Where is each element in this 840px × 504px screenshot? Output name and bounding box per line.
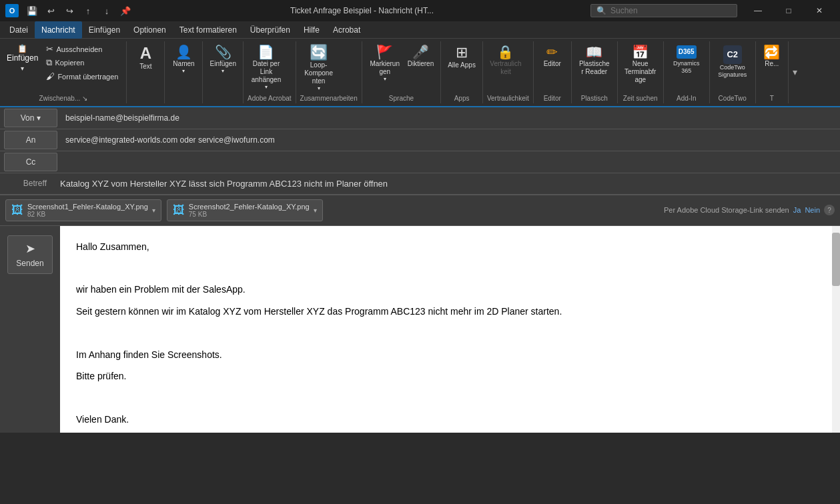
menu-optionen[interactable]: Optionen <box>127 21 173 39</box>
ribbon-group-apps: ⊞ Alle Apps Apps <box>441 41 483 103</box>
send-button-panel: ➤ Senden <box>0 226 60 433</box>
reader-icon: 📖 <box>586 45 602 59</box>
loop-button[interactable]: 🔄 Loop-Komponenten ▾ <box>300 43 338 93</box>
adobe-help-icon[interactable]: ? <box>824 205 835 215</box>
attachment-info-1: Screenshot1_Fehler-Katalog_XY.png 82 KB <box>27 203 148 218</box>
mic-icon: 🎤 <box>412 45 429 59</box>
ribbon-buttons-einfuegen2: 📎 Einfügen ▾ <box>207 43 238 93</box>
menu-acrobat[interactable]: Acrobat <box>326 21 367 39</box>
menu-datei[interactable]: Datei <box>3 21 35 39</box>
close-button[interactable]: ✕ <box>804 0 835 21</box>
scrollbar-thumb[interactable] <box>832 233 840 286</box>
einfuegen-button[interactable]: 📋 Einfügen <box>4 43 41 64</box>
editor-icon: ✏ <box>546 45 558 59</box>
attachment-size-2: 75 KB <box>189 211 310 218</box>
kopieren-button[interactable]: ⧉ Kopieren <box>42 56 122 69</box>
pin-button[interactable]: 📌 <box>117 3 133 19</box>
attachment-1[interactable]: 🖼 Screenshot1_Fehler-Katalog_XY.png 82 K… <box>5 199 161 221</box>
menu-hilfe[interactable]: Hilfe <box>297 21 326 39</box>
re-button[interactable]: 🔁 Re... <box>757 43 787 69</box>
up-button[interactable]: ↑ <box>80 3 96 19</box>
dynamics365-button[interactable]: D365 Dynamics 365 <box>668 43 705 76</box>
adobe-group-label: Adobe Acrobat <box>248 93 292 102</box>
codetwo-button[interactable]: C2 CodeTwo Signatures <box>714 43 751 80</box>
text-button[interactable]: A Text <box>131 43 160 72</box>
attachment-info-2: Screenshot2_Fehler-Katalog_XY.png 75 KB <box>189 203 310 218</box>
body-line-1: Hallo Zusammen, <box>76 239 824 254</box>
attachments-bar: 🖼 Screenshot1_Fehler-Katalog_XY.png 82 K… <box>0 195 840 226</box>
ribbon-group-loop: 🔄 Loop-Komponenten ▾ Zusammenarbeiten <box>296 41 362 103</box>
from-row: Von ▾ beispiel-name@beispielfirma.de <box>0 107 840 129</box>
diktieren-button[interactable]: 🎤 Diktieren <box>405 43 436 69</box>
to-button[interactable]: An <box>4 131 57 149</box>
undo-button[interactable]: ↩ <box>43 3 59 19</box>
email-body[interactable]: Hallo Zusammen, wir haben ein Problem mi… <box>60 226 840 433</box>
einfuegen2-group-label <box>207 93 238 102</box>
redo-button[interactable]: ↪ <box>61 3 77 19</box>
loop-group-label: Zusammenarbeiten <box>300 93 358 102</box>
scrollbar-track[interactable] <box>832 226 840 433</box>
to-value[interactable]: service@integrated-worlds.com oder servi… <box>61 133 840 147</box>
title-bar-actions: 💾 ↩ ↪ ↑ ↓ 📌 <box>24 3 133 19</box>
ribbon-group-zwischenablage: 📋 Einfügen ▾ ✂ Ausschneiden ⧉ Kopieren 🖌… <box>0 41 127 103</box>
menu-nachricht[interactable]: Nachricht <box>35 21 82 39</box>
ribbon-group-codetwo: C2 CodeTwo Signatures CodeTwo <box>710 41 756 103</box>
subject-row: Betreff Katalog XYZ vom Hersteller XYZ l… <box>0 173 840 195</box>
attachment-arrow-2[interactable]: ▾ <box>314 207 317 214</box>
save-button[interactable]: 💾 <box>24 3 40 19</box>
adobe-nein-link[interactable]: Nein <box>805 206 820 214</box>
ausschneiden-button[interactable]: ✂ Ausschneiden <box>42 43 122 55</box>
zwischenablage-label: Zwischenab... ↘ <box>4 93 122 102</box>
maximize-button[interactable]: □ <box>773 0 804 21</box>
cc-value[interactable] <box>61 159 840 165</box>
body-content: Hallo Zusammen, wir haben ein Problem mi… <box>76 239 824 433</box>
body-line-7: Bitte prüfen. <box>76 369 824 383</box>
from-button[interactable]: Von ▾ <box>4 109 57 127</box>
ribbon-buttons-loop: 🔄 Loop-Komponenten ▾ <box>300 43 338 93</box>
codetwo-group-label: CodeTwo <box>714 93 751 102</box>
ribbon-buttons-zwischenablage: 📋 Einfügen ▾ ✂ Ausschneiden ⧉ Kopieren 🖌… <box>4 43 122 93</box>
cc-button[interactable]: Cc <box>4 153 57 171</box>
minimize-button[interactable]: — <box>743 0 773 21</box>
to-row: An service@integrated-worlds.com oder se… <box>0 129 840 151</box>
format-button[interactable]: 🖌 Format übertragen <box>42 70 122 83</box>
down-button[interactable]: ↓ <box>99 3 115 19</box>
terminabfrage-button[interactable]: 📅 Neue Terminabfrage <box>622 43 659 85</box>
namen-group-label <box>169 93 198 102</box>
einfuegen-arrow[interactable]: ▾ <box>17 64 28 73</box>
title-search-box[interactable]: 🔍 <box>590 4 737 17</box>
markierungen-button[interactable]: 🚩 Markierungen ▾ <box>366 43 404 84</box>
ribbon-expand-button[interactable]: ▾ <box>788 41 801 103</box>
attach-icon: 📎 <box>215 45 232 59</box>
menu-ueberpruefen[interactable]: Überprüfen <box>244 21 297 39</box>
more-group-label: T <box>757 93 787 102</box>
subject-value[interactable]: Katalog XYZ vom Hersteller XYZ lässt sic… <box>53 176 840 191</box>
attachment-arrow-1[interactable]: ▾ <box>152 207 155 214</box>
attachment-name-1: Screenshot1_Fehler-Katalog_XY.png <box>27 203 148 211</box>
namen-button[interactable]: 👤 Namen ▾ <box>169 43 198 76</box>
search-input[interactable] <box>610 6 724 15</box>
dynamics-icon: D365 <box>677 45 697 59</box>
ribbon-buttons-adobe: 📄 Datei per Link anhängen ▾ <box>248 43 285 93</box>
alle-apps-button[interactable]: ⊞ Alle Apps <box>445 43 478 71</box>
person-icon: 👤 <box>175 45 192 59</box>
adobe-link-text: Per Adobe Cloud Storage-Link senden <box>664 206 789 214</box>
ribbon-buttons-codetwo: C2 CodeTwo Signatures <box>714 43 751 93</box>
vertraulichkeit-button[interactable]: 🔒 Vertraulichkeit <box>487 43 524 77</box>
menu-text-formatieren[interactable]: Text formatieren <box>173 21 244 39</box>
plastischer-reader-button[interactable]: 📖 Plastischer Reader <box>576 43 613 77</box>
ribbon-buttons-editor: ✏ Editor <box>538 43 567 93</box>
adobe-ja-link[interactable]: Ja <box>793 206 801 214</box>
from-value: beispiel-name@beispielfirma.de <box>61 111 840 125</box>
menu-einfuegen[interactable]: Einfügen <box>82 21 127 39</box>
dynamics-group-label: Add-In <box>668 93 705 102</box>
datei-per-link-button[interactable]: 📄 Datei per Link anhängen ▾ <box>248 43 285 92</box>
editor-button[interactable]: ✏ Editor <box>538 43 567 69</box>
adobe-link-area: Per Adobe Cloud Storage-Link senden Ja N… <box>664 205 835 215</box>
clipboard-small-group: ✂ Ausschneiden ⧉ Kopieren 🖌 Format übert… <box>42 43 122 83</box>
apps-group-label: Apps <box>445 93 478 102</box>
email-body-container: ➤ Senden Hallo Zusammen, wir haben ein P… <box>0 226 840 433</box>
einfuegen2-button[interactable]: 📎 Einfügen ▾ <box>207 43 238 76</box>
attachment-2[interactable]: 🖼 Screenshot2_Fehler-Katalog_XY.png 75 K… <box>167 199 323 221</box>
send-button[interactable]: ➤ Senden <box>7 235 52 274</box>
